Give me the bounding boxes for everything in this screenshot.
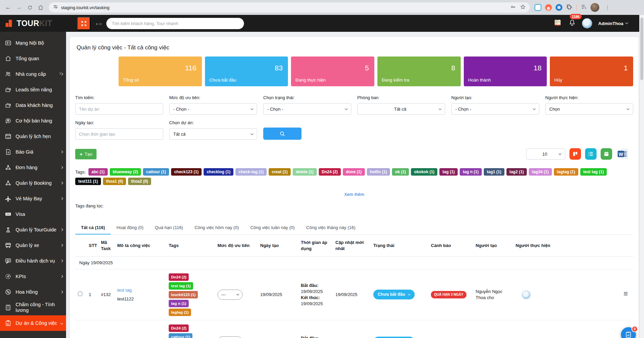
browser-profile-avatar[interactable] <box>590 3 599 12</box>
tag-chip[interactable]: checklog (1) <box>204 168 233 176</box>
extension-icon[interactable] <box>535 4 541 11</box>
code-toggle-icon[interactable]: ‹··› <box>96 21 101 26</box>
sidebar-item[interactable]: VISAVisa <box>0 206 66 222</box>
fullscreen-button[interactable] <box>77 17 90 30</box>
row-actions-icon[interactable] <box>623 291 628 298</box>
status-dropdown[interactable]: Chưa bắt đầu <box>373 337 415 338</box>
tag-chip[interactable]: cattour (1) <box>169 333 192 338</box>
tag-chip[interactable]: check123 (1) <box>171 168 202 176</box>
sidebar-item[interactable]: Tổng quan <box>0 51 66 66</box>
task-title-link[interactable]: test tag <box>117 287 132 293</box>
summary-card[interactable]: 1Hủy <box>550 57 633 86</box>
status-select[interactable]: - Chọn - <box>263 103 351 115</box>
tab[interactable]: Công việc tuần này (0) <box>245 221 300 234</box>
project-select[interactable]: Tất cả <box>169 128 257 140</box>
calendar-view-button[interactable] <box>601 148 612 160</box>
sidebar-item[interactable]: KPIs <box>0 269 66 284</box>
tag-chip[interactable]: tagtag (1) <box>169 309 191 316</box>
page-size-select[interactable]: 10 <box>526 149 565 160</box>
sidebar-item[interactable]: Điều hành dịch vụ <box>0 253 66 269</box>
tag-chip[interactable]: tag n (1) <box>169 300 189 307</box>
create-button[interactable]: +Tạo <box>75 149 97 159</box>
sidebar-item[interactable]: Leads tiềm năng <box>0 82 66 97</box>
scrollbar-thumb[interactable] <box>640 18 643 80</box>
quick-task-fab[interactable]: 0 <box>621 327 636 338</box>
reading-list-icon[interactable] <box>581 4 587 11</box>
notifications-bell-icon[interactable]: 1186 <box>568 19 576 28</box>
sidebar-item[interactable]: Quản lý xe <box>0 238 66 253</box>
sidebar-item[interactable]: Quản lý Booking <box>0 175 66 191</box>
tag-chip[interactable]: okokok (1) <box>411 168 437 176</box>
browser-menu-icon[interactable]: ⋮ <box>603 4 612 10</box>
tag-chip[interactable]: thoa1 (0) <box>103 178 126 185</box>
sidebar-item[interactable]: Data khách hàng <box>0 97 66 113</box>
tab[interactable]: Hoạt động (0) <box>111 221 149 234</box>
creator-select[interactable]: - Chọn - <box>451 103 539 115</box>
tag-chip[interactable]: Dn24 (2) <box>169 324 189 332</box>
site-settings-icon[interactable] <box>53 4 58 11</box>
tab[interactable]: Công việc hôm nay (0) <box>189 221 245 234</box>
tag-chip[interactable]: test111 (1) <box>75 178 101 185</box>
extension-icon[interactable] <box>556 4 562 11</box>
summary-card[interactable]: 18Hoàn thành <box>464 57 547 86</box>
tag-chip[interactable]: bluewway (2) <box>110 168 141 176</box>
show-more-link[interactable]: Xem thêm <box>344 192 364 197</box>
sidebar-item[interactable]: $Báo Giá <box>0 144 66 160</box>
priority-mini-select[interactable]: --- <box>217 290 243 300</box>
department-select[interactable]: Tất cả <box>357 103 445 115</box>
tag-chip[interactable]: delete (1) <box>293 168 317 176</box>
sidebar-item[interactable]: Cơ hội bán hàng <box>0 113 66 129</box>
tag-chip[interactable]: Dn24 (2) <box>319 168 341 176</box>
bookmark-star-icon[interactable] <box>520 4 526 11</box>
home-icon[interactable] <box>36 3 45 12</box>
sidebar-item[interactable]: Quản lý TourGuide <box>0 222 66 238</box>
created-date-input[interactable] <box>75 128 163 140</box>
kanban-view-button[interactable] <box>569 148 581 160</box>
tag-chip[interactable]: cattour (1) <box>143 168 169 176</box>
tab[interactable]: Quá hạn (116) <box>149 221 189 234</box>
tag-chip[interactable]: abc (1) <box>88 168 108 176</box>
sidebar-item[interactable]: Mạng Nội Bộ <box>0 35 66 51</box>
tag-chip[interactable]: tag34 (1) <box>529 168 552 176</box>
list-view-button[interactable] <box>585 148 597 160</box>
extension-icon[interactable] <box>545 4 552 11</box>
sidebar-item[interactable]: Chấm công - Tính lương <box>0 300 66 315</box>
tag-chip[interactable]: thoa2 (0) <box>128 178 151 185</box>
tag-chip[interactable]: check-tag (1) <box>235 168 267 176</box>
summary-card[interactable]: 8Đang kiểm tra <box>377 57 461 86</box>
tab[interactable]: Công việc tháng này (16) <box>300 221 361 234</box>
search-input[interactable] <box>75 103 163 115</box>
tag-chip[interactable]: Dn24 (2) <box>169 273 189 281</box>
handbook-icon[interactable] <box>553 18 562 28</box>
tag-chip[interactable]: tag n (1) <box>460 168 482 176</box>
tag-chip[interactable]: creat (1) <box>269 168 291 176</box>
sidebar-item[interactable]: CSKHQuản lý lịch hẹn <box>0 129 66 144</box>
sidebar-item[interactable]: Đơn hàng <box>0 160 66 175</box>
page-scrollbar[interactable] <box>639 15 644 338</box>
tag-chip[interactable]: tag1 (1) <box>484 168 504 176</box>
address-bar[interactable]: staging.tourkit.vn/tasking <box>49 2 530 13</box>
extensions-puzzle-icon[interactable] <box>566 4 573 12</box>
back-icon[interactable]: ← <box>3 3 13 12</box>
assignee-avatar[interactable] <box>522 290 531 299</box>
app-logo[interactable]: TOURKIT <box>0 19 66 28</box>
priority-mini-select[interactable]: --- <box>217 336 243 338</box>
global-search-input[interactable] <box>106 18 244 29</box>
summary-card[interactable]: 116Tổng số <box>119 57 202 86</box>
reload-icon[interactable] <box>25 3 35 12</box>
forward-icon[interactable]: → <box>14 3 24 12</box>
priority-select[interactable]: - Chọn - <box>169 103 257 115</box>
tag-chip[interactable]: test tag (1) <box>169 282 193 290</box>
tag-chip[interactable]: tag (1) <box>439 168 458 176</box>
tag-chip[interactable]: hotfix (1) <box>367 168 390 176</box>
passwords-key-icon[interactable] <box>510 4 516 11</box>
assignee-select[interactable]: Chọn <box>545 103 633 115</box>
tag-chip[interactable]: test tag (1) <box>580 168 607 176</box>
user-menu[interactable]: AdminThoa <box>598 21 628 26</box>
export-word-button[interactable]: W <box>616 147 630 161</box>
sidebar-item[interactable]: Vé Máy Bay <box>0 191 66 206</box>
tab[interactable]: Tất cả (116) <box>75 221 111 234</box>
tag-chip[interactable]: done (1) <box>343 168 365 176</box>
sidebar-item[interactable]: Dự án & Công việc <box>0 315 66 331</box>
tag-chip[interactable]: tagtag (1) <box>554 168 578 176</box>
